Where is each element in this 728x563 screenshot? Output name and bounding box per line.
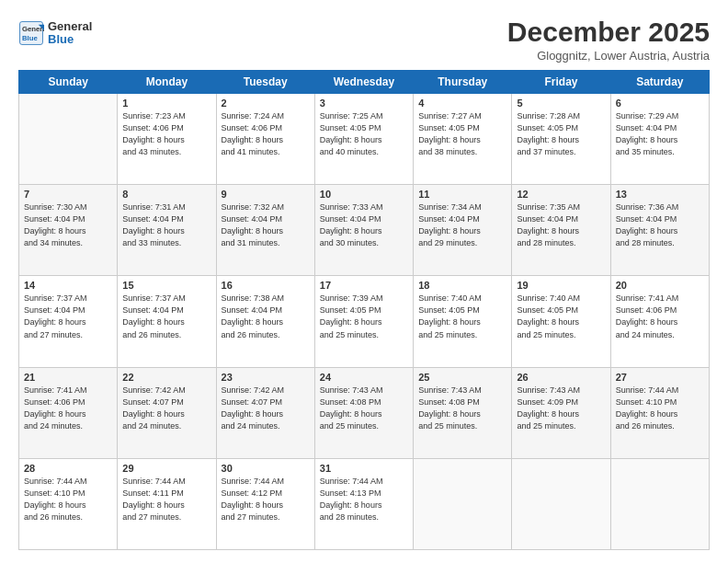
day-info: Sunrise: 7:25 AMSunset: 4:05 PMDaylight:… [320, 110, 408, 158]
month-title: December 2025 [507, 17, 710, 47]
calendar-cell: 12Sunrise: 7:35 AMSunset: 4:04 PMDayligh… [512, 185, 610, 276]
day-number: 1 [122, 98, 210, 109]
col-header-thursday: Thursday [414, 71, 512, 94]
day-info: Sunrise: 7:34 AMSunset: 4:04 PMDaylight:… [418, 201, 506, 249]
calendar-cell: 21Sunrise: 7:41 AMSunset: 4:06 PMDayligh… [19, 367, 118, 458]
day-number: 15 [122, 280, 210, 291]
day-number: 28 [24, 463, 112, 474]
day-info: Sunrise: 7:40 AMSunset: 4:05 PMDaylight:… [418, 293, 506, 340]
day-info: Sunrise: 7:36 AMSunset: 4:04 PMDaylight:… [616, 201, 704, 249]
day-number: 12 [517, 189, 605, 200]
col-header-tuesday: Tuesday [216, 71, 314, 94]
day-info: Sunrise: 7:40 AMSunset: 4:05 PMDaylight:… [517, 293, 605, 340]
calendar-cell [610, 458, 709, 549]
day-number: 4 [418, 98, 506, 109]
col-header-wednesday: Wednesday [314, 71, 413, 94]
calendar-cell [414, 458, 512, 549]
calendar-cell: 2Sunrise: 7:24 AMSunset: 4:06 PMDaylight… [216, 94, 314, 185]
svg-text:Blue: Blue [22, 34, 39, 42]
day-number: 8 [122, 189, 210, 200]
day-number: 14 [24, 280, 112, 291]
day-info: Sunrise: 7:33 AMSunset: 4:04 PMDaylight:… [320, 201, 408, 249]
calendar-cell: 30Sunrise: 7:44 AMSunset: 4:12 PMDayligh… [216, 458, 314, 549]
day-number: 24 [320, 372, 408, 383]
day-info: Sunrise: 7:32 AMSunset: 4:04 PMDaylight:… [222, 201, 310, 249]
calendar-cell: 10Sunrise: 7:33 AMSunset: 4:04 PMDayligh… [314, 185, 413, 276]
day-info: Sunrise: 7:42 AMSunset: 4:07 PMDaylight:… [122, 385, 210, 432]
day-info: Sunrise: 7:23 AMSunset: 4:06 PMDaylight:… [122, 110, 210, 158]
calendar-cell [512, 458, 610, 549]
day-info: Sunrise: 7:44 AMSunset: 4:10 PMDaylight:… [616, 385, 704, 432]
col-header-sunday: Sunday [19, 71, 118, 94]
calendar-cell: 8Sunrise: 7:31 AMSunset: 4:04 PMDaylight… [118, 185, 216, 276]
calendar-cell: 5Sunrise: 7:28 AMSunset: 4:05 PMDaylight… [512, 94, 610, 185]
day-number: 21 [24, 372, 112, 383]
calendar-cell: 3Sunrise: 7:25 AMSunset: 4:05 PMDaylight… [314, 94, 413, 185]
day-number: 19 [517, 280, 605, 291]
calendar-cell: 22Sunrise: 7:42 AMSunset: 4:07 PMDayligh… [118, 367, 216, 458]
day-number: 11 [418, 189, 506, 200]
day-number: 20 [616, 280, 704, 291]
day-number: 9 [222, 189, 310, 200]
day-info: Sunrise: 7:43 AMSunset: 4:08 PMDaylight:… [320, 385, 408, 432]
calendar-cell [19, 94, 118, 185]
day-number: 31 [320, 463, 408, 474]
calendar-cell: 15Sunrise: 7:37 AMSunset: 4:04 PMDayligh… [118, 276, 216, 367]
day-number: 5 [517, 98, 605, 109]
week-row-5: 28Sunrise: 7:44 AMSunset: 4:10 PMDayligh… [19, 458, 710, 549]
day-info: Sunrise: 7:44 AMSunset: 4:12 PMDaylight:… [222, 476, 310, 523]
day-info: Sunrise: 7:43 AMSunset: 4:08 PMDaylight:… [418, 385, 506, 432]
day-number: 3 [320, 98, 408, 109]
day-info: Sunrise: 7:30 AMSunset: 4:04 PMDaylight:… [24, 201, 112, 249]
day-info: Sunrise: 7:44 AMSunset: 4:10 PMDaylight:… [24, 476, 112, 523]
day-number: 30 [222, 463, 310, 474]
day-info: Sunrise: 7:31 AMSunset: 4:04 PMDaylight:… [122, 201, 210, 249]
calendar-cell: 20Sunrise: 7:41 AMSunset: 4:06 PMDayligh… [610, 276, 709, 367]
calendar-cell: 18Sunrise: 7:40 AMSunset: 4:05 PMDayligh… [414, 276, 512, 367]
day-info: Sunrise: 7:28 AMSunset: 4:05 PMDaylight:… [517, 110, 605, 158]
day-number: 26 [517, 372, 605, 383]
day-number: 17 [320, 280, 408, 291]
calendar-cell: 16Sunrise: 7:38 AMSunset: 4:04 PMDayligh… [216, 276, 314, 367]
calendar-cell: 26Sunrise: 7:43 AMSunset: 4:09 PMDayligh… [512, 367, 610, 458]
day-number: 23 [222, 372, 310, 383]
day-number: 6 [616, 98, 704, 109]
calendar-cell: 14Sunrise: 7:37 AMSunset: 4:04 PMDayligh… [19, 276, 118, 367]
logo: General Blue General Blue [18, 20, 92, 47]
calendar-cell: 19Sunrise: 7:40 AMSunset: 4:05 PMDayligh… [512, 276, 610, 367]
day-info: Sunrise: 7:27 AMSunset: 4:05 PMDaylight:… [418, 110, 506, 158]
day-number: 16 [222, 280, 310, 291]
calendar-cell: 23Sunrise: 7:42 AMSunset: 4:07 PMDayligh… [216, 367, 314, 458]
day-info: Sunrise: 7:37 AMSunset: 4:04 PMDaylight:… [24, 293, 112, 340]
calendar-cell: 24Sunrise: 7:43 AMSunset: 4:08 PMDayligh… [314, 367, 413, 458]
day-info: Sunrise: 7:24 AMSunset: 4:06 PMDaylight:… [222, 110, 310, 158]
day-info: Sunrise: 7:41 AMSunset: 4:06 PMDaylight:… [24, 385, 112, 432]
calendar-cell: 27Sunrise: 7:44 AMSunset: 4:10 PMDayligh… [610, 367, 709, 458]
day-number: 22 [122, 372, 210, 383]
logo-icon: General Blue [18, 20, 44, 46]
day-number: 27 [616, 372, 704, 383]
day-info: Sunrise: 7:43 AMSunset: 4:09 PMDaylight:… [517, 385, 605, 432]
day-number: 25 [418, 372, 506, 383]
calendar-table: SundayMondayTuesdayWednesdayThursdayFrid… [18, 70, 710, 550]
logo-blue: Blue [48, 33, 92, 46]
day-number: 7 [24, 189, 112, 200]
calendar-cell: 29Sunrise: 7:44 AMSunset: 4:11 PMDayligh… [118, 458, 216, 549]
week-row-1: 1Sunrise: 7:23 AMSunset: 4:06 PMDaylight… [19, 94, 710, 185]
calendar-cell: 11Sunrise: 7:34 AMSunset: 4:04 PMDayligh… [414, 185, 512, 276]
week-row-3: 14Sunrise: 7:37 AMSunset: 4:04 PMDayligh… [19, 276, 710, 367]
header: General Blue General Blue December 2025 … [18, 17, 710, 63]
calendar-cell: 13Sunrise: 7:36 AMSunset: 4:04 PMDayligh… [610, 185, 709, 276]
day-info: Sunrise: 7:35 AMSunset: 4:04 PMDaylight:… [517, 201, 605, 249]
day-number: 29 [122, 463, 210, 474]
day-info: Sunrise: 7:41 AMSunset: 4:06 PMDaylight:… [616, 293, 704, 340]
calendar-cell: 1Sunrise: 7:23 AMSunset: 4:06 PMDaylight… [118, 94, 216, 185]
day-info: Sunrise: 7:44 AMSunset: 4:11 PMDaylight:… [122, 476, 210, 523]
day-info: Sunrise: 7:39 AMSunset: 4:05 PMDaylight:… [320, 293, 408, 340]
calendar-cell: 28Sunrise: 7:44 AMSunset: 4:10 PMDayligh… [19, 458, 118, 549]
col-header-friday: Friday [512, 71, 610, 94]
col-header-monday: Monday [118, 71, 216, 94]
day-number: 18 [418, 280, 506, 291]
day-info: Sunrise: 7:38 AMSunset: 4:04 PMDaylight:… [222, 293, 310, 340]
day-info: Sunrise: 7:44 AMSunset: 4:13 PMDaylight:… [320, 476, 408, 523]
